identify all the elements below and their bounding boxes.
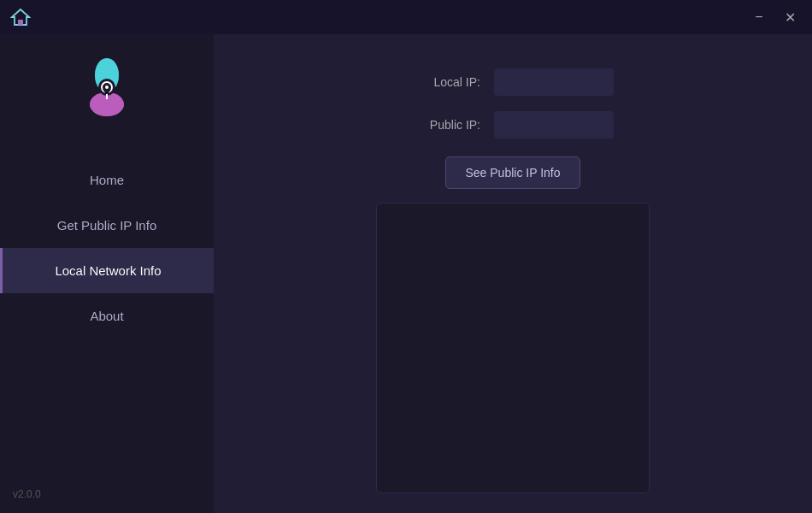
home-icon xyxy=(10,7,31,27)
public-ip-label: Public IP: xyxy=(412,118,480,132)
local-ip-label: Local IP: xyxy=(412,75,480,89)
content-area: Local IP: Public IP: See Public IP Info xyxy=(214,34,812,513)
sidebar: Home Get Public IP Info Local Network In… xyxy=(0,34,214,513)
public-ip-input[interactable] xyxy=(494,111,614,139)
title-bar: − ✕ xyxy=(0,0,812,34)
title-bar-left xyxy=(10,7,31,27)
sidebar-item-local-network-info[interactable]: Local Network Info xyxy=(0,248,214,293)
logo-container xyxy=(68,51,145,132)
ip-fields: Local IP: Public IP: xyxy=(412,68,614,139)
info-box xyxy=(376,203,650,493)
close-button[interactable]: ✕ xyxy=(778,5,802,29)
nav-menu: Home Get Public IP Info Local Network In… xyxy=(0,157,214,339)
minimize-button[interactable]: − xyxy=(747,5,771,29)
app-logo xyxy=(68,51,145,128)
sidebar-item-home[interactable]: Home xyxy=(0,157,214,203)
see-public-ip-info-button[interactable]: See Public IP Info xyxy=(445,156,580,189)
content-top: Local IP: Public IP: See Public IP Info xyxy=(248,60,778,493)
home-icon-button[interactable] xyxy=(10,7,31,27)
sidebar-item-about[interactable]: About xyxy=(0,293,214,339)
public-ip-row: Public IP: xyxy=(412,111,614,139)
sidebar-item-get-public-ip-info[interactable]: Get Public IP Info xyxy=(0,203,214,248)
svg-rect-1 xyxy=(18,20,23,25)
local-ip-input[interactable] xyxy=(494,68,614,96)
title-bar-controls: − ✕ xyxy=(747,5,802,29)
app-container: Home Get Public IP Info Local Network In… xyxy=(0,34,812,513)
local-ip-row: Local IP: xyxy=(412,68,614,96)
version-label: v2.0.0 xyxy=(13,488,41,500)
svg-point-8 xyxy=(105,86,109,89)
